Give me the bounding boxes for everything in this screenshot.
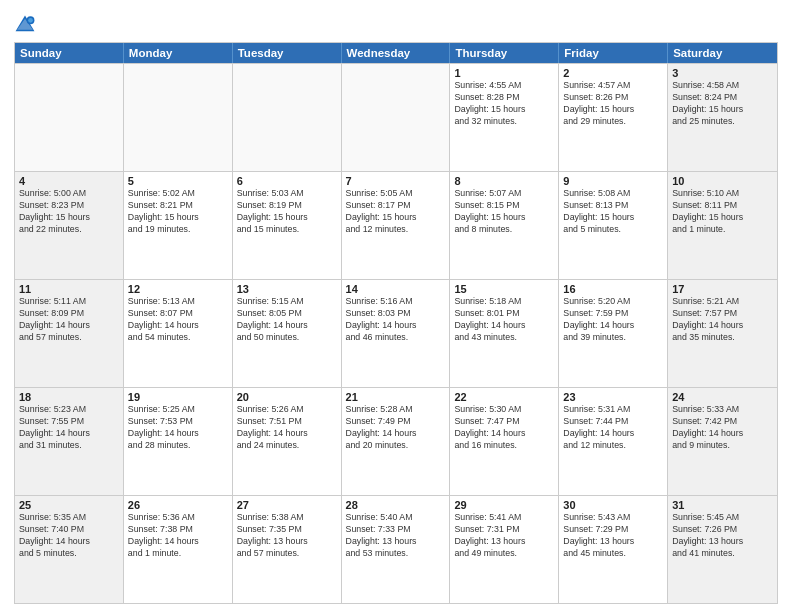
day-number: 3 <box>672 67 773 79</box>
cal-row-4: 25Sunrise: 5:35 AM Sunset: 7:40 PM Dayli… <box>15 495 777 603</box>
day-info: Sunrise: 5:20 AM Sunset: 7:59 PM Dayligh… <box>563 296 663 344</box>
day-info: Sunrise: 5:15 AM Sunset: 8:05 PM Dayligh… <box>237 296 337 344</box>
day-number: 20 <box>237 391 337 403</box>
day-number: 24 <box>672 391 773 403</box>
day-number: 6 <box>237 175 337 187</box>
cal-cell-14: 14Sunrise: 5:16 AM Sunset: 8:03 PM Dayli… <box>342 280 451 387</box>
cal-cell-13: 13Sunrise: 5:15 AM Sunset: 8:05 PM Dayli… <box>233 280 342 387</box>
cal-cell-9: 9Sunrise: 5:08 AM Sunset: 8:13 PM Daylig… <box>559 172 668 279</box>
day-info: Sunrise: 4:58 AM Sunset: 8:24 PM Dayligh… <box>672 80 773 128</box>
svg-point-3 <box>28 18 33 23</box>
cal-cell-7: 7Sunrise: 5:05 AM Sunset: 8:17 PM Daylig… <box>342 172 451 279</box>
day-number: 14 <box>346 283 446 295</box>
day-info: Sunrise: 5:08 AM Sunset: 8:13 PM Dayligh… <box>563 188 663 236</box>
cal-cell-10: 10Sunrise: 5:10 AM Sunset: 8:11 PM Dayli… <box>668 172 777 279</box>
day-number: 1 <box>454 67 554 79</box>
cal-header-monday: Monday <box>124 43 233 63</box>
cal-cell-22: 22Sunrise: 5:30 AM Sunset: 7:47 PM Dayli… <box>450 388 559 495</box>
day-number: 18 <box>19 391 119 403</box>
day-number: 12 <box>128 283 228 295</box>
cal-header-saturday: Saturday <box>668 43 777 63</box>
day-number: 27 <box>237 499 337 511</box>
cal-cell-empty <box>233 64 342 171</box>
day-number: 19 <box>128 391 228 403</box>
cal-cell-empty <box>342 64 451 171</box>
day-info: Sunrise: 5:35 AM Sunset: 7:40 PM Dayligh… <box>19 512 119 560</box>
page: SundayMondayTuesdayWednesdayThursdayFrid… <box>0 0 792 612</box>
day-info: Sunrise: 5:33 AM Sunset: 7:42 PM Dayligh… <box>672 404 773 452</box>
day-number: 10 <box>672 175 773 187</box>
day-info: Sunrise: 5:11 AM Sunset: 8:09 PM Dayligh… <box>19 296 119 344</box>
day-number: 5 <box>128 175 228 187</box>
cal-cell-25: 25Sunrise: 5:35 AM Sunset: 7:40 PM Dayli… <box>15 496 124 603</box>
cal-cell-8: 8Sunrise: 5:07 AM Sunset: 8:15 PM Daylig… <box>450 172 559 279</box>
cal-header-thursday: Thursday <box>450 43 559 63</box>
cal-header-tuesday: Tuesday <box>233 43 342 63</box>
cal-cell-18: 18Sunrise: 5:23 AM Sunset: 7:55 PM Dayli… <box>15 388 124 495</box>
day-info: Sunrise: 5:36 AM Sunset: 7:38 PM Dayligh… <box>128 512 228 560</box>
cal-cell-24: 24Sunrise: 5:33 AM Sunset: 7:42 PM Dayli… <box>668 388 777 495</box>
day-number: 2 <box>563 67 663 79</box>
day-number: 8 <box>454 175 554 187</box>
cal-cell-23: 23Sunrise: 5:31 AM Sunset: 7:44 PM Dayli… <box>559 388 668 495</box>
day-number: 11 <box>19 283 119 295</box>
cal-cell-6: 6Sunrise: 5:03 AM Sunset: 8:19 PM Daylig… <box>233 172 342 279</box>
cal-cell-17: 17Sunrise: 5:21 AM Sunset: 7:57 PM Dayli… <box>668 280 777 387</box>
cal-cell-15: 15Sunrise: 5:18 AM Sunset: 8:01 PM Dayli… <box>450 280 559 387</box>
day-number: 28 <box>346 499 446 511</box>
day-number: 22 <box>454 391 554 403</box>
day-info: Sunrise: 5:40 AM Sunset: 7:33 PM Dayligh… <box>346 512 446 560</box>
day-number: 7 <box>346 175 446 187</box>
calendar-header: SundayMondayTuesdayWednesdayThursdayFrid… <box>15 43 777 63</box>
day-info: Sunrise: 5:41 AM Sunset: 7:31 PM Dayligh… <box>454 512 554 560</box>
day-number: 4 <box>19 175 119 187</box>
cal-header-wednesday: Wednesday <box>342 43 451 63</box>
day-info: Sunrise: 5:16 AM Sunset: 8:03 PM Dayligh… <box>346 296 446 344</box>
day-number: 31 <box>672 499 773 511</box>
day-number: 17 <box>672 283 773 295</box>
day-info: Sunrise: 5:23 AM Sunset: 7:55 PM Dayligh… <box>19 404 119 452</box>
day-number: 13 <box>237 283 337 295</box>
day-info: Sunrise: 5:45 AM Sunset: 7:26 PM Dayligh… <box>672 512 773 560</box>
calendar: SundayMondayTuesdayWednesdayThursdayFrid… <box>14 42 778 604</box>
cal-cell-5: 5Sunrise: 5:02 AM Sunset: 8:21 PM Daylig… <box>124 172 233 279</box>
day-info: Sunrise: 5:10 AM Sunset: 8:11 PM Dayligh… <box>672 188 773 236</box>
day-number: 29 <box>454 499 554 511</box>
day-number: 25 <box>19 499 119 511</box>
day-number: 23 <box>563 391 663 403</box>
day-info: Sunrise: 5:43 AM Sunset: 7:29 PM Dayligh… <box>563 512 663 560</box>
cal-cell-12: 12Sunrise: 5:13 AM Sunset: 8:07 PM Dayli… <box>124 280 233 387</box>
day-number: 16 <box>563 283 663 295</box>
cal-cell-empty <box>15 64 124 171</box>
day-info: Sunrise: 5:00 AM Sunset: 8:23 PM Dayligh… <box>19 188 119 236</box>
cal-cell-19: 19Sunrise: 5:25 AM Sunset: 7:53 PM Dayli… <box>124 388 233 495</box>
cal-cell-empty <box>124 64 233 171</box>
cal-cell-30: 30Sunrise: 5:43 AM Sunset: 7:29 PM Dayli… <box>559 496 668 603</box>
cal-cell-29: 29Sunrise: 5:41 AM Sunset: 7:31 PM Dayli… <box>450 496 559 603</box>
logo-icon <box>14 14 36 36</box>
cal-cell-4: 4Sunrise: 5:00 AM Sunset: 8:23 PM Daylig… <box>15 172 124 279</box>
day-info: Sunrise: 5:38 AM Sunset: 7:35 PM Dayligh… <box>237 512 337 560</box>
day-info: Sunrise: 5:03 AM Sunset: 8:19 PM Dayligh… <box>237 188 337 236</box>
day-info: Sunrise: 5:21 AM Sunset: 7:57 PM Dayligh… <box>672 296 773 344</box>
header <box>14 10 778 36</box>
day-info: Sunrise: 4:57 AM Sunset: 8:26 PM Dayligh… <box>563 80 663 128</box>
cal-cell-28: 28Sunrise: 5:40 AM Sunset: 7:33 PM Dayli… <box>342 496 451 603</box>
cal-row-3: 18Sunrise: 5:23 AM Sunset: 7:55 PM Dayli… <box>15 387 777 495</box>
cal-cell-27: 27Sunrise: 5:38 AM Sunset: 7:35 PM Dayli… <box>233 496 342 603</box>
day-info: Sunrise: 5:28 AM Sunset: 7:49 PM Dayligh… <box>346 404 446 452</box>
cal-row-2: 11Sunrise: 5:11 AM Sunset: 8:09 PM Dayli… <box>15 279 777 387</box>
cal-header-friday: Friday <box>559 43 668 63</box>
cal-cell-1: 1Sunrise: 4:55 AM Sunset: 8:28 PM Daylig… <box>450 64 559 171</box>
logo <box>14 14 40 36</box>
day-info: Sunrise: 5:02 AM Sunset: 8:21 PM Dayligh… <box>128 188 228 236</box>
cal-row-0: 1Sunrise: 4:55 AM Sunset: 8:28 PM Daylig… <box>15 63 777 171</box>
cal-row-1: 4Sunrise: 5:00 AM Sunset: 8:23 PM Daylig… <box>15 171 777 279</box>
cal-cell-2: 2Sunrise: 4:57 AM Sunset: 8:26 PM Daylig… <box>559 64 668 171</box>
day-info: Sunrise: 5:13 AM Sunset: 8:07 PM Dayligh… <box>128 296 228 344</box>
day-number: 21 <box>346 391 446 403</box>
day-info: Sunrise: 5:07 AM Sunset: 8:15 PM Dayligh… <box>454 188 554 236</box>
cal-cell-11: 11Sunrise: 5:11 AM Sunset: 8:09 PM Dayli… <box>15 280 124 387</box>
day-number: 26 <box>128 499 228 511</box>
cal-cell-3: 3Sunrise: 4:58 AM Sunset: 8:24 PM Daylig… <box>668 64 777 171</box>
